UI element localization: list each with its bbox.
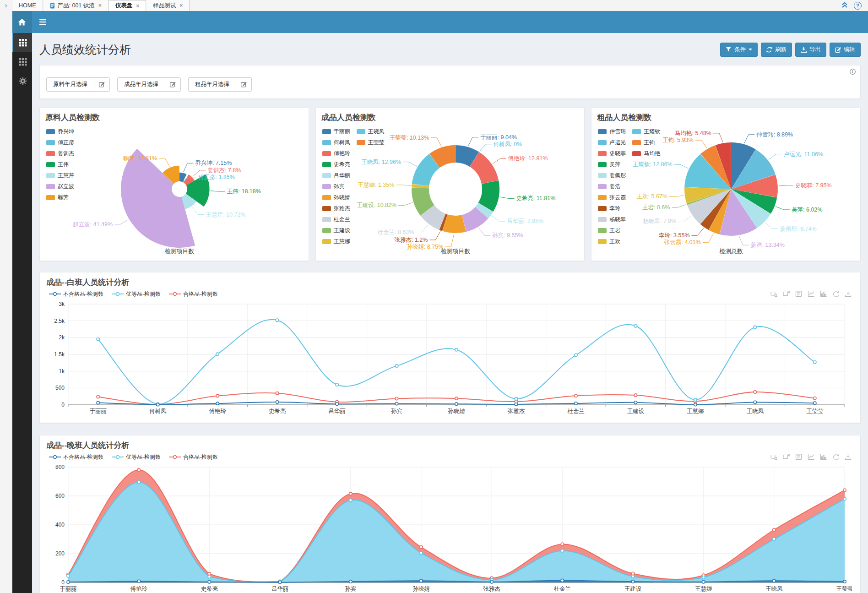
data-point-合格品-检测数[interactable]	[575, 394, 577, 397]
legend-item-姜浩[interactable]: 姜浩	[598, 183, 626, 190]
sidebar-item-dashboard[interactable]	[12, 33, 32, 52]
data-point-合格品-检测数[interactable]	[631, 572, 634, 575]
data-point-合格品-检测数[interactable]	[843, 489, 846, 491]
legend-item-杨晓翠[interactable]: 杨晓翠	[598, 216, 626, 223]
legend-item-王晓凤[interactable]: 王晓凤	[357, 128, 385, 136]
data-point-优等品-检测数[interactable]	[515, 397, 517, 400]
legend-item-合格品-检测数[interactable]: 合格品-检测数	[169, 453, 218, 461]
window-tab-home[interactable]: HOME	[12, 0, 43, 11]
legend-item-史希亮[interactable]: 史希亮	[322, 161, 350, 169]
data-point-优等品-检测数[interactable]	[276, 319, 278, 321]
legend-item-卢运光[interactable]: 卢运光	[598, 139, 626, 147]
data-point-不合格品-检测数[interactable]	[278, 581, 281, 584]
data-point-优等品-检测数[interactable]	[395, 365, 398, 367]
legend-item-王岩[interactable]: 王岩	[598, 227, 626, 234]
data-point-合格品-检测数[interactable]	[814, 397, 816, 400]
data-point-优等品-检测数[interactable]	[702, 576, 705, 579]
sidebar-item-modules[interactable]	[12, 52, 32, 71]
data-point-不合格品-检测数[interactable]	[754, 401, 756, 403]
legend-item-傅正彦[interactable]: 傅正彦	[46, 139, 74, 147]
legend-item-何树凤[interactable]: 何树凤	[322, 139, 350, 147]
data-point-合格品-检测数[interactable]	[216, 394, 219, 397]
data-point-不合格品-检测数[interactable]	[634, 401, 637, 404]
toolbox-data-view-icon[interactable]	[795, 454, 803, 460]
raw-month-select-edit-button[interactable]	[94, 78, 109, 91]
legend-item-傅艳玲[interactable]: 傅艳玲	[322, 150, 350, 158]
expand-tab-list-button[interactable]: ›	[0, 0, 12, 11]
collapse-tabs-icon[interactable]	[841, 1, 848, 8]
data-point-不合格品-检测数[interactable]	[490, 581, 493, 583]
data-point-不合格品-检测数[interactable]	[694, 403, 697, 406]
data-point-优等品-检测数[interactable]	[575, 354, 577, 356]
legend-item-赵立波[interactable]: 赵立波	[46, 183, 74, 190]
legend-item-孙晓婧[interactable]: 孙晓婧	[322, 194, 350, 201]
data-point-合格品-检测数[interactable]	[561, 543, 564, 545]
home-button[interactable]	[12, 11, 32, 33]
data-point-优等品-检测数[interactable]	[754, 326, 756, 328]
data-point-不合格品-检测数[interactable]	[395, 402, 398, 405]
legend-item-鞠芳[interactable]: 鞠芳	[46, 194, 74, 201]
info-icon[interactable]	[850, 69, 856, 75]
data-point-优等品-检测数[interactable]	[216, 353, 219, 355]
data-point-优等品-检测数[interactable]	[137, 481, 140, 484]
legend-item-王慧娜[interactable]: 王慧娜	[322, 238, 350, 245]
data-point-优等品-检测数[interactable]	[694, 398, 697, 401]
finished-month-select-edit-button[interactable]	[165, 78, 180, 91]
window-tab-product-001[interactable]: 产品: 001 钛渣×	[43, 0, 108, 11]
data-point-合格品-检测数[interactable]	[420, 546, 423, 549]
data-point-优等品-检测数[interactable]	[336, 383, 338, 386]
sidebar-toggle-button[interactable]	[32, 11, 53, 33]
toolbox-zoom-reset-icon[interactable]	[783, 291, 790, 297]
crude-month-select-edit-button[interactable]	[236, 78, 251, 91]
legend-item-史晓菲[interactable]: 史晓菲	[598, 150, 626, 158]
legend-item-王钧[interactable]: 王钧	[632, 139, 660, 147]
toolbox-save-image-icon[interactable]	[845, 454, 852, 460]
toolbox-line-type-icon[interactable]	[808, 454, 815, 460]
data-point-不合格品-检测数[interactable]	[631, 580, 634, 583]
data-point-不合格品-检测数[interactable]	[575, 402, 577, 405]
data-point-合格品-检测数[interactable]	[754, 391, 756, 393]
legend-item-不合格品-检测数[interactable]: 不合格品-检测数	[49, 453, 103, 461]
legend-item-合格品-检测数[interactable]: 合格品-检测数	[169, 290, 218, 298]
legend-item-乔兴坤[interactable]: 乔兴坤	[46, 128, 74, 136]
data-point-合格品-检测数[interactable]	[634, 394, 637, 397]
window-tab-sample-test[interactable]: 样品测试×	[146, 0, 190, 11]
data-point-合格品-检测数[interactable]	[208, 572, 211, 575]
data-point-不合格品-检测数[interactable]	[515, 403, 517, 406]
legend-item-孙宾[interactable]: 孙宾	[322, 183, 350, 190]
legend-item-于丽丽[interactable]: 于丽丽	[322, 128, 350, 136]
data-point-不合格品-检测数[interactable]	[208, 581, 211, 583]
legend-item-王耀钦[interactable]: 王耀钦	[632, 128, 660, 136]
data-point-优等品-检测数[interactable]	[631, 575, 634, 578]
data-point-合格品-检测数[interactable]	[395, 397, 398, 400]
data-point-优等品-检测数[interactable]	[773, 538, 776, 540]
legend-item-王莹莹[interactable]: 王莹莹	[357, 139, 385, 147]
data-point-优等品-检测数[interactable]	[843, 497, 846, 500]
sidebar-item-settings[interactable]	[12, 71, 32, 91]
data-point-不合格品-检测数[interactable]	[97, 401, 99, 404]
data-point-不合格品-检测数[interactable]	[814, 402, 816, 404]
finished-month-select-label-button[interactable]: 成品年月选择	[118, 78, 165, 91]
data-point-不合格品-检测数[interactable]	[455, 403, 458, 405]
tab-close-icon[interactable]: ×	[98, 2, 102, 9]
legend-item-李玲[interactable]: 李玲	[598, 205, 626, 212]
legend-item-姜佩彤[interactable]: 姜佩彤	[598, 172, 626, 180]
toolbox-data-view-icon[interactable]	[795, 291, 803, 297]
data-point-不合格品-检测数[interactable]	[349, 580, 352, 583]
toolbox-restore-icon[interactable]	[832, 291, 840, 297]
legend-item-姜训杰[interactable]: 姜训杰	[46, 150, 74, 158]
data-point-不合格品-检测数[interactable]	[67, 581, 70, 583]
legend-item-王建设[interactable]: 王建设	[322, 227, 350, 234]
data-point-合格品-检测数[interactable]	[97, 395, 99, 398]
data-point-不合格品-检测数[interactable]	[561, 579, 564, 582]
data-point-合格品-检测数[interactable]	[137, 468, 140, 471]
data-point-合格品-检测数[interactable]	[455, 397, 458, 400]
legend-item-王慧芹[interactable]: 王慧芹	[46, 172, 74, 180]
condition-button[interactable]: 条件	[720, 43, 758, 57]
toolbox-restore-icon[interactable]	[832, 454, 840, 460]
data-point-不合格品-检测数[interactable]	[773, 579, 776, 582]
toolbox-zoom-reset-icon[interactable]	[783, 454, 790, 460]
tab-close-icon[interactable]: ×	[136, 3, 139, 9]
data-point-合格品-检测数[interactable]	[773, 528, 776, 531]
legend-item-吴萍[interactable]: 吴萍	[598, 161, 626, 169]
